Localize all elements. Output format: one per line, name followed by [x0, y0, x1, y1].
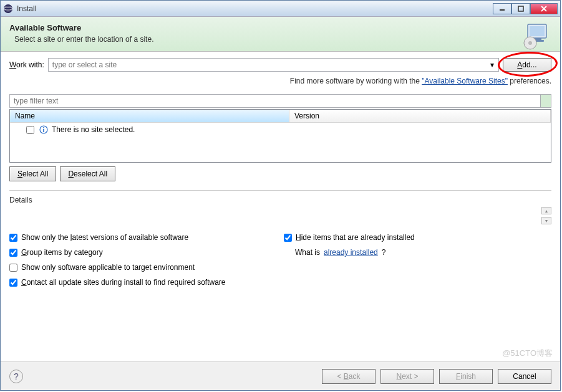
window-buttons — [493, 3, 558, 14]
finish-button[interactable]: Finish — [439, 369, 493, 384]
wizard-header: Available Software Select a site or ente… — [1, 17, 560, 52]
svg-point-12 — [528, 41, 532, 45]
deselect-all-button[interactable]: Deselect All — [60, 166, 115, 181]
tip-line: Find more software by working with the "… — [9, 77, 551, 85]
scroll-up-icon[interactable]: ▴ — [541, 207, 551, 214]
opt-group: Group items by category — [9, 248, 284, 257]
details-label: Details — [9, 196, 551, 204]
details-section: Details ▴ ▾ — [9, 190, 551, 224]
next-button[interactable]: Next > — [380, 369, 434, 384]
filter-wrap — [9, 94, 551, 108]
eclipse-icon — [3, 4, 13, 14]
titlebar: Install — [1, 1, 560, 17]
window-title: Install — [17, 4, 493, 13]
wizard-title: Available Software — [9, 23, 551, 32]
filter-end-stub — [540, 94, 551, 108]
maximize-button[interactable] — [511, 3, 530, 14]
svg-point-0 — [4, 4, 12, 13]
table-row: There is no site selected. — [10, 123, 551, 136]
filter-input[interactable] — [9, 94, 540, 108]
col-version[interactable]: Version — [289, 110, 551, 122]
button-bar: ? < Back Next > Finish Cancel — [1, 361, 560, 390]
row-checkbox[interactable] — [26, 126, 34, 134]
content-area: Work with: ▾ Add... Find more software b… — [1, 52, 560, 287]
svg-rect-15 — [43, 129, 44, 132]
details-box: ▴ ▾ — [9, 207, 551, 224]
empty-message: There is no site selected. — [52, 125, 135, 134]
options: Show only the latest versions of availab… — [9, 233, 551, 287]
close-button[interactable] — [530, 3, 558, 14]
add-button[interactable]: Add... — [503, 58, 551, 72]
dropdown-arrow-icon[interactable]: ▾ — [487, 59, 498, 70]
table-body: There is no site selected. — [10, 123, 551, 136]
help-icon[interactable]: ? — [9, 370, 23, 383]
selection-buttons: Select All Deselect All — [9, 166, 551, 181]
watermark: @51CTO博客 — [502, 348, 553, 359]
details-scroll: ▴ ▾ — [541, 207, 551, 224]
opt-whatis: What is already installed? — [284, 248, 551, 257]
install-window: Install Available Software Select a site… — [0, 0, 561, 391]
chk-latest[interactable] — [9, 234, 17, 242]
work-with-combo[interactable]: ▾ — [48, 58, 499, 72]
already-installed-link[interactable]: already installed — [324, 248, 378, 257]
chk-hide[interactable] — [284, 234, 292, 242]
install-icon — [521, 21, 551, 50]
wizard-subtitle: Select a site or enter the location of a… — [9, 35, 551, 44]
opt-contact: Contact all update sites during install … — [9, 278, 551, 287]
col-name[interactable]: Name — [10, 110, 289, 122]
chk-contact[interactable] — [9, 279, 17, 287]
chk-group[interactable] — [9, 249, 17, 257]
select-all-button[interactable]: Select All — [9, 166, 56, 181]
scroll-down-icon[interactable]: ▾ — [541, 217, 551, 224]
work-with-input[interactable] — [48, 58, 499, 72]
work-with-row: Work with: ▾ Add... — [9, 58, 551, 72]
opt-latest: Show only the latest versions of availab… — [9, 233, 284, 242]
add-button-wrapper: Add... — [503, 58, 551, 72]
software-table: Name Version There is no site selected. — [9, 109, 551, 163]
table-header: Name Version — [10, 110, 551, 123]
chk-applicable[interactable] — [9, 264, 17, 272]
svg-rect-8 — [530, 26, 545, 36]
cancel-button[interactable]: Cancel — [498, 369, 551, 384]
minimize-button[interactable] — [493, 3, 511, 14]
work-with-label: Work with: — [9, 60, 44, 69]
svg-rect-4 — [518, 6, 523, 11]
opt-applicable: Show only software applicable to target … — [9, 263, 551, 272]
available-software-sites-link[interactable]: "Available Software Sites" — [422, 77, 508, 85]
svg-point-14 — [43, 127, 44, 128]
info-icon — [39, 125, 48, 134]
back-button[interactable]: < Back — [322, 369, 375, 384]
opt-hide: Hide items that are already installed — [284, 233, 551, 242]
